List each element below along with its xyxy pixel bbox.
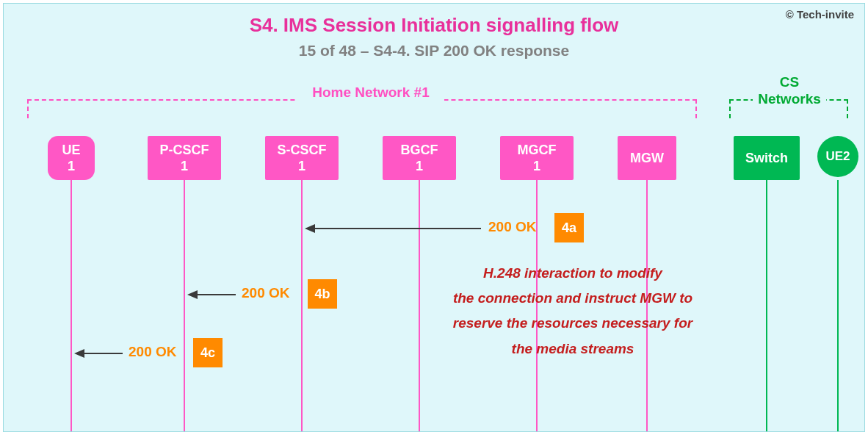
node-bgcf1: BGCF 1 — [383, 136, 456, 180]
node-mgcf1: MGCF 1 — [500, 136, 574, 180]
bracket-home-network — [27, 99, 697, 118]
msg-label-4b: 200 OK — [242, 285, 289, 301]
diagram-canvas: © Tech-invite S4. IMS Session Initiation… — [3, 3, 865, 432]
arrowhead-icon — [74, 349, 84, 358]
step-4a: 4a — [554, 213, 584, 242]
page-title: S4. IMS Session Initiation signalling fl… — [4, 14, 864, 37]
page-subtitle: 15 of 48 – S4-4. SIP 200 OK response — [4, 42, 864, 60]
lifeline-switch — [766, 180, 767, 431]
step-4b: 4b — [308, 279, 337, 309]
lifeline-bgcf1 — [419, 180, 420, 431]
node-scscf1: S-CSCF 1 — [265, 136, 339, 180]
msg-label-4a: 200 OK — [488, 219, 536, 235]
step-4c: 4c — [193, 338, 223, 367]
note-h248: H.248 interaction to modify the connecti… — [433, 261, 712, 362]
lifeline-ue2 — [837, 180, 839, 431]
group-label-cs: CS Networks — [753, 74, 826, 108]
lifeline-pcscf1 — [184, 180, 185, 431]
node-pcscf1: P-CSCF 1 — [148, 136, 221, 180]
arrowhead-icon — [187, 290, 198, 299]
node-ue2: UE2 — [817, 136, 858, 177]
arrow-4b — [189, 294, 236, 295]
lifeline-scscf1 — [301, 180, 303, 431]
arrowhead-icon — [305, 224, 315, 233]
group-label-home: Home Network #1 — [297, 85, 444, 101]
arrow-4a — [306, 228, 481, 229]
node-switch: Switch — [734, 136, 800, 180]
lifeline-ue1 — [70, 180, 72, 431]
msg-label-4c: 200 OK — [129, 344, 176, 360]
arrow-4c — [76, 353, 123, 354]
node-ue1: UE 1 — [48, 136, 95, 180]
node-mgw: MGW — [618, 136, 676, 180]
